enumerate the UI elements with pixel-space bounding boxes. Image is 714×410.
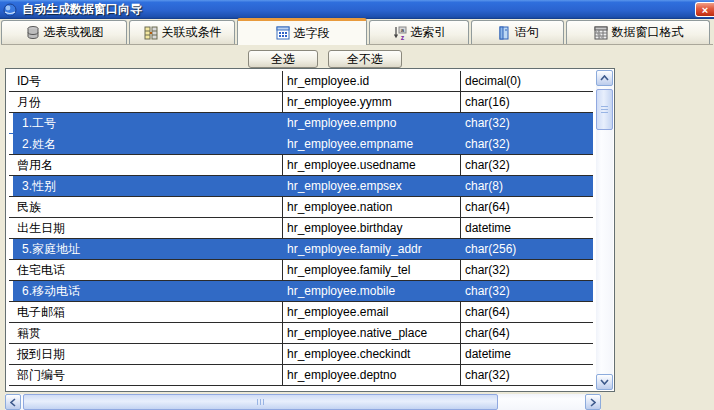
horizontal-scrollbar[interactable] — [5, 394, 601, 410]
table-row[interactable]: 3.性别hr_employee.empsexchar(8) — [9, 176, 593, 197]
window-title: 自动生成数据窗口向导 — [22, 0, 142, 19]
table-row[interactable]: 6.移动电话hr_employee.mobilechar(32) — [9, 281, 593, 302]
field-list: ID号hr_employee.iddecimal(0)月份hr_employee… — [5, 68, 615, 392]
field-label-cell: 电子邮箱 — [13, 302, 283, 322]
join-columns-icon — [143, 25, 159, 41]
field-name-cell: hr_employee.family_addr — [283, 239, 461, 259]
title-bar[interactable]: 自动生成数据窗口向导 × — [0, 0, 714, 19]
field-name-cell: hr_employee.family_tel — [283, 260, 461, 280]
field-label-cell: 3.性别 — [13, 176, 283, 196]
field-type-cell: datetime — [461, 218, 593, 238]
tab-select-index[interactable]: a z 选索引 — [369, 20, 469, 44]
scroll-down-icon — [600, 379, 609, 385]
field-type-cell: char(256) — [461, 239, 593, 259]
scroll-right-icon — [590, 398, 596, 407]
field-label-cell: 6.移动电话 — [13, 281, 283, 301]
tab-label: 语句 — [515, 24, 539, 41]
document-icon — [496, 25, 512, 41]
tab-select-fields[interactable]: 选字段 — [237, 18, 367, 45]
field-name-cell: hr_employee.empno — [283, 113, 461, 133]
field-type-cell: char(32) — [461, 281, 593, 301]
field-label-cell: 住宅电话 — [13, 260, 283, 280]
field-name-cell: hr_employee.nation — [283, 197, 461, 217]
field-type-cell: char(64) — [461, 197, 593, 217]
field-name-cell: hr_employee.usedname — [283, 155, 461, 175]
field-name-cell: hr_employee.id — [283, 71, 461, 91]
field-type-cell: decimal(0) — [461, 71, 593, 91]
field-type-cell: char(32) — [461, 134, 593, 154]
tab-label: 关联或条件 — [162, 24, 222, 41]
table-row[interactable]: 出生日期hr_employee.birthdaydatetime — [9, 218, 593, 239]
field-label-cell: 出生日期 — [13, 218, 283, 238]
field-name-cell: hr_employee.email — [283, 302, 461, 322]
field-name-cell: hr_employee.native_place — [283, 323, 461, 343]
deselect-all-button[interactable]: 全不选 — [328, 50, 402, 68]
field-type-cell: char(32) — [461, 365, 593, 385]
field-label-cell: 2.姓名 — [13, 134, 283, 154]
table-row[interactable]: 民族hr_employee.nationchar(64) — [9, 197, 593, 218]
close-icon: × — [702, 4, 708, 16]
tab-label: 选字段 — [294, 25, 330, 42]
table-row[interactable]: 住宅电话hr_employee.family_telchar(32) — [9, 260, 593, 281]
table-row[interactable]: 5.家庭地址hr_employee.family_addrchar(256) — [9, 239, 593, 260]
table-row[interactable]: 2.姓名hr_employee.empnamechar(32) — [9, 134, 593, 155]
vertical-scroll-thumb[interactable] — [596, 89, 613, 130]
tab-datawindow-format[interactable]: 数据窗口格式 — [566, 20, 710, 44]
field-name-cell: hr_employee.empsex — [283, 176, 461, 196]
table-row[interactable]: 部门编号hr_employee.deptnochar(32) — [9, 365, 593, 386]
field-label-cell: 曾用名 — [13, 155, 283, 175]
table-row[interactable]: ID号hr_employee.iddecimal(0) — [9, 71, 593, 92]
grid-fields-icon — [275, 25, 291, 41]
tab-label: 选表或视图 — [44, 24, 104, 41]
field-type-cell: char(32) — [461, 113, 593, 133]
sort-az-icon: a z — [392, 25, 408, 41]
tab-join-condition[interactable]: 关联或条件 — [129, 20, 235, 44]
scroll-left-icon — [10, 398, 16, 407]
field-label-cell: 籍贯 — [13, 323, 283, 343]
field-type-cell: char(64) — [461, 302, 593, 322]
field-label-cell: 部门编号 — [13, 365, 283, 385]
field-label-cell: 1.工号 — [13, 113, 283, 133]
field-name-cell: hr_employee.mobile — [283, 281, 461, 301]
scroll-left-button[interactable] — [5, 394, 21, 410]
table-row[interactable]: 1.工号hr_employee.empnochar(32) — [9, 113, 593, 134]
close-button[interactable]: × — [695, 2, 714, 17]
tab-sql-statement[interactable]: 语句 — [471, 20, 564, 44]
field-label-cell: ID号 — [13, 71, 283, 91]
field-label-cell: 5.家庭地址 — [13, 239, 283, 259]
vertical-scrollbar[interactable] — [596, 70, 613, 390]
field-name-cell: hr_employee.birthday — [283, 218, 461, 238]
table-row[interactable]: 电子邮箱hr_employee.emailchar(64) — [9, 302, 593, 323]
field-name-cell: hr_employee.deptno — [283, 365, 461, 385]
scroll-up-icon — [600, 75, 609, 81]
tab-label: 选索引 — [411, 24, 447, 41]
field-type-cell: char(32) — [461, 260, 593, 280]
horizontal-scroll-thumb[interactable] — [23, 394, 498, 410]
wizard-dialog: 自动生成数据窗口向导 × 选表或视图 关联或条件 — [0, 0, 714, 410]
tab-label: 数据窗口格式 — [612, 24, 684, 41]
field-table: ID号hr_employee.iddecimal(0)月份hr_employee… — [9, 71, 593, 386]
field-label-cell: 民族 — [13, 197, 283, 217]
scroll-up-button[interactable] — [596, 70, 613, 86]
scroll-down-button[interactable] — [596, 374, 613, 390]
table-row[interactable]: 报到日期hr_employee.checkindtdatetime — [9, 344, 593, 365]
svg-text:z: z — [400, 33, 404, 40]
field-type-cell: char(64) — [461, 323, 593, 343]
field-label-cell: 报到日期 — [13, 344, 283, 364]
field-label-cell: 月份 — [13, 92, 283, 112]
select-all-button[interactable]: 全选 — [248, 50, 318, 68]
tab-strip: 选表或视图 关联或条件 选字段 — [1, 18, 713, 45]
tab-select-table[interactable]: 选表或视图 — [1, 20, 127, 44]
window-grid-icon — [593, 25, 609, 41]
field-type-cell: char(8) — [461, 176, 593, 196]
field-type-cell: char(16) — [461, 92, 593, 112]
database-icon — [25, 25, 41, 41]
table-row[interactable]: 籍贯hr_employee.native_placechar(64) — [9, 323, 593, 344]
scroll-right-button[interactable] — [585, 394, 601, 410]
table-row[interactable]: 月份hr_employee.yymmchar(16) — [9, 92, 593, 113]
field-name-cell: hr_employee.yymm — [283, 92, 461, 112]
table-row[interactable]: 曾用名hr_employee.usednamechar(32) — [9, 155, 593, 176]
app-icon — [3, 3, 17, 17]
field-type-cell: datetime — [461, 344, 593, 364]
field-name-cell: hr_employee.checkindt — [283, 344, 461, 364]
